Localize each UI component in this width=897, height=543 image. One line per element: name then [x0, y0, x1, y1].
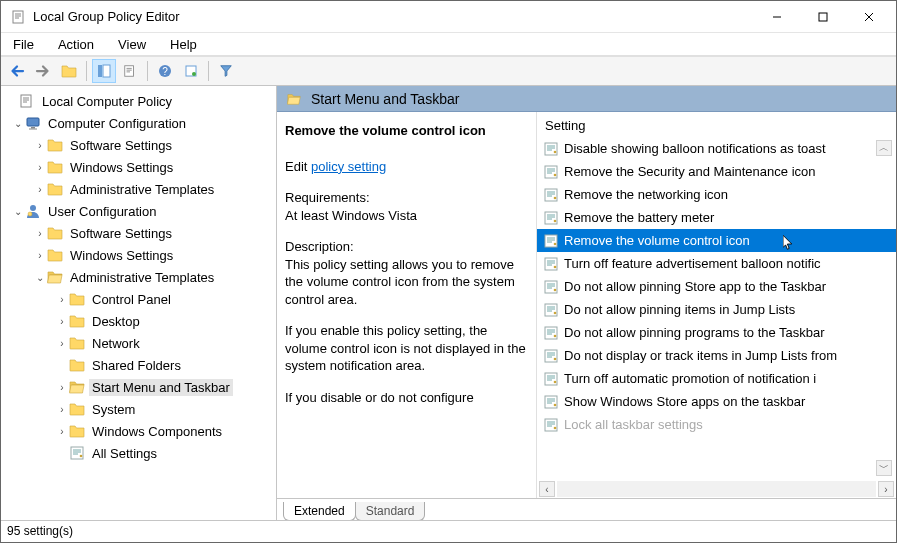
back-button[interactable]	[5, 59, 29, 83]
computer-icon	[25, 115, 41, 131]
menu-bar: File Action View Help	[1, 33, 896, 55]
tree-item[interactable]: ›Administrative Templates	[1, 178, 276, 200]
properties-button[interactable]	[179, 59, 203, 83]
tree-item[interactable]: Shared Folders	[1, 354, 276, 376]
expand-icon[interactable]: ›	[33, 184, 47, 195]
tab-extended[interactable]: Extended	[283, 502, 356, 520]
minimize-button[interactable]	[754, 3, 800, 31]
folder-icon	[47, 247, 63, 263]
tab-standard[interactable]: Standard	[355, 502, 426, 520]
setting-row[interactable]: Show Windows Store apps on the taskbar	[537, 390, 896, 413]
expand-icon[interactable]: ›	[33, 162, 47, 173]
horizontal-scrollbar[interactable]: ‹ ›	[537, 480, 896, 498]
show-hide-tree-button[interactable]	[92, 59, 116, 83]
tree-item-start-menu[interactable]: ›Start Menu and Taskbar	[1, 376, 276, 398]
tree-item[interactable]: ›Desktop	[1, 310, 276, 332]
setting-icon	[543, 256, 559, 272]
menu-action[interactable]: Action	[54, 35, 98, 54]
setting-row[interactable]: Turn off feature advertisement balloon n…	[537, 252, 896, 275]
tree-item[interactable]: ›Windows Settings	[1, 244, 276, 266]
requirements: Requirements:At least Windows Vista	[285, 189, 526, 224]
folder-open-icon	[285, 92, 303, 106]
setting-label: Turn off feature advertisement balloon n…	[564, 256, 821, 271]
setting-label: Remove the volume control icon	[564, 233, 750, 248]
settings-list[interactable]: Disable showing balloon notifications as…	[537, 137, 896, 480]
scroll-right-button[interactable]: ›	[878, 481, 894, 497]
console-tree[interactable]: Local Computer Policy ⌄ Computer Configu…	[1, 86, 277, 520]
tree-item-all-settings[interactable]: All Settings	[1, 442, 276, 464]
setting-icon	[543, 325, 559, 341]
pane-header: Start Menu and Taskbar	[277, 86, 896, 112]
tree-item[interactable]: ›Software Settings	[1, 134, 276, 156]
setting-row[interactable]: Do not display or track items in Jump Li…	[537, 344, 896, 367]
setting-row[interactable]: Remove the networking icon	[537, 183, 896, 206]
expand-icon[interactable]: ›	[33, 250, 47, 261]
collapse-icon[interactable]: ⌄	[33, 272, 47, 283]
setting-label: Do not allow pinning items in Jump Lists	[564, 302, 795, 317]
tree-admin-templates[interactable]: ⌄Administrative Templates	[1, 266, 276, 288]
tree-label: Shared Folders	[89, 357, 184, 374]
setting-row[interactable]: Lock all taskbar settings	[537, 413, 896, 436]
expand-icon[interactable]: ›	[55, 294, 69, 305]
folder-icon	[69, 357, 85, 373]
setting-label: Show Windows Store apps on the taskbar	[564, 394, 805, 409]
export-list-button[interactable]	[118, 59, 142, 83]
tree-item[interactable]: ›Network	[1, 332, 276, 354]
filter-button[interactable]	[214, 59, 238, 83]
tree-label: User Configuration	[45, 203, 159, 220]
folder-icon	[69, 313, 85, 329]
tree-root[interactable]: Local Computer Policy	[1, 90, 276, 112]
setting-icon	[69, 445, 85, 461]
setting-label: Remove the Security and Maintenance icon	[564, 164, 815, 179]
setting-row[interactable]: Do not allow pinning programs to the Tas…	[537, 321, 896, 344]
forward-button[interactable]	[31, 59, 55, 83]
scroll-left-button[interactable]: ‹	[539, 481, 555, 497]
setting-row[interactable]: Remove the volume control icon	[537, 229, 896, 252]
column-header-setting[interactable]: Setting	[537, 112, 896, 137]
close-button[interactable]	[846, 3, 892, 31]
svg-text:?: ?	[162, 66, 168, 77]
setting-row[interactable]: Remove the battery meter	[537, 206, 896, 229]
expand-icon[interactable]: ›	[55, 382, 69, 393]
collapse-icon[interactable]: ⌄	[11, 206, 25, 217]
edit-policy-link[interactable]: policy setting	[311, 159, 386, 174]
mouse-cursor-icon	[783, 235, 797, 253]
tree-computer-config[interactable]: ⌄ Computer Configuration	[1, 112, 276, 134]
expand-icon[interactable]: ›	[33, 140, 47, 151]
scrollbar-track[interactable]	[557, 481, 876, 497]
help-button[interactable]: ?	[153, 59, 177, 83]
expand-icon[interactable]: ›	[55, 316, 69, 327]
scroll-down-button[interactable]: ﹀	[876, 460, 892, 476]
maximize-button[interactable]	[800, 3, 846, 31]
setting-row[interactable]: Turn off automatic promotion of notifica…	[537, 367, 896, 390]
tree-label: System	[89, 401, 138, 418]
tree-item[interactable]: ›Windows Settings	[1, 156, 276, 178]
tree-item[interactable]: ›Control Panel	[1, 288, 276, 310]
tree-label: Windows Components	[89, 423, 225, 440]
tree-item[interactable]: ›System	[1, 398, 276, 420]
menu-help[interactable]: Help	[166, 35, 201, 54]
menu-view[interactable]: View	[114, 35, 150, 54]
setting-row[interactable]: Do not allow pinning items in Jump Lists	[537, 298, 896, 321]
setting-label: Lock all taskbar settings	[564, 417, 703, 432]
tree-item[interactable]: ›Software Settings	[1, 222, 276, 244]
expand-icon[interactable]: ›	[55, 404, 69, 415]
expand-icon[interactable]: ›	[33, 228, 47, 239]
setting-row[interactable]: Do not allow pinning Store app to the Ta…	[537, 275, 896, 298]
menu-file[interactable]: File	[9, 35, 38, 54]
pane-title: Start Menu and Taskbar	[311, 91, 459, 107]
setting-row[interactable]: Disable showing balloon notifications as…	[537, 137, 896, 160]
expand-icon[interactable]: ›	[55, 426, 69, 437]
expand-icon[interactable]: ›	[55, 338, 69, 349]
svg-point-14	[192, 72, 196, 76]
setting-icon	[543, 210, 559, 226]
title-bar: Local Group Policy Editor	[1, 1, 896, 33]
tree-item[interactable]: ›Windows Components	[1, 420, 276, 442]
svg-rect-10	[103, 65, 110, 77]
tree-user-config[interactable]: ⌄ User Configuration	[1, 200, 276, 222]
collapse-icon[interactable]: ⌄	[11, 118, 25, 129]
up-button[interactable]	[57, 59, 81, 83]
setting-row[interactable]: Remove the Security and Maintenance icon	[537, 160, 896, 183]
scroll-up-button[interactable]: ︿	[876, 140, 892, 156]
setting-label: Do not display or track items in Jump Li…	[564, 348, 837, 363]
